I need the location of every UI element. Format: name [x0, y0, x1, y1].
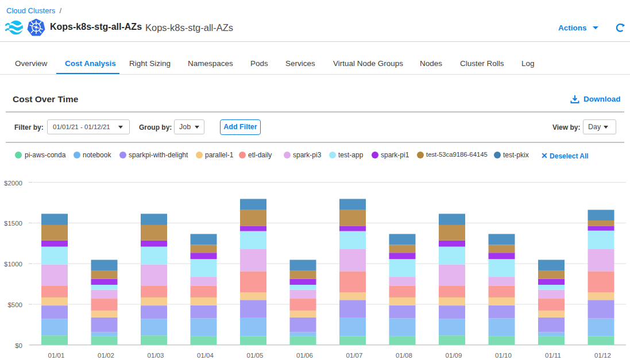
- svg-text:01/01: 01/01: [48, 352, 65, 359]
- svg-text:01/04: 01/04: [197, 352, 214, 359]
- svg-text:$500: $500: [7, 301, 22, 308]
- svg-text:01/11: 01/11: [545, 352, 561, 359]
- svg-text:$0: $0: [15, 342, 22, 349]
- svg-text:01/02: 01/02: [98, 352, 114, 359]
- svg-text:$2000: $2000: [4, 180, 22, 187]
- svg-text:01/08: 01/08: [396, 352, 412, 359]
- svg-text:01/05: 01/05: [247, 352, 264, 359]
- svg-text:01/12: 01/12: [594, 352, 611, 359]
- svg-text:01/06: 01/06: [296, 352, 313, 359]
- svg-text:01/10: 01/10: [495, 352, 512, 359]
- svg-text:$1500: $1500: [4, 220, 22, 227]
- svg-text:01/03: 01/03: [148, 352, 164, 359]
- svg-text:01/07: 01/07: [346, 352, 363, 359]
- svg-text:01/09: 01/09: [446, 352, 462, 359]
- svg-text:$1000: $1000: [4, 261, 22, 268]
